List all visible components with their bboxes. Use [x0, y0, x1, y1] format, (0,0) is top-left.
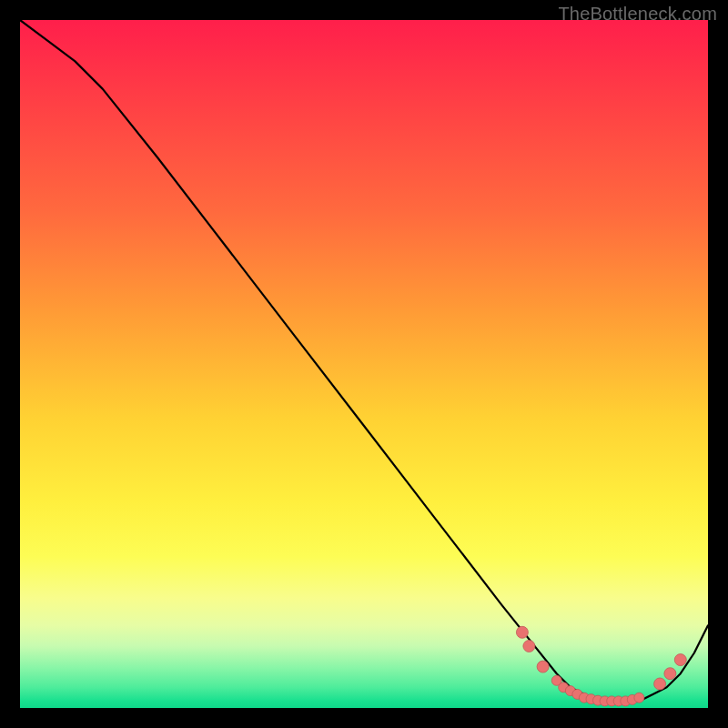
chart-stage: TheBottleneck.com	[0, 0, 728, 728]
curve-marker	[537, 661, 549, 672]
plot-area	[20, 20, 708, 708]
bottleneck-curve-path	[20, 20, 708, 701]
curve-marker	[523, 641, 535, 652]
curve-marker	[664, 668, 676, 680]
watermark-label: TheBottleneck.com	[558, 4, 717, 25]
curve-marker	[634, 693, 644, 703]
curve-marker	[674, 654, 686, 666]
curve-marker	[654, 678, 666, 690]
curve-layer	[20, 20, 708, 708]
curve-markers	[516, 626, 686, 706]
curve-marker	[516, 626, 528, 638]
